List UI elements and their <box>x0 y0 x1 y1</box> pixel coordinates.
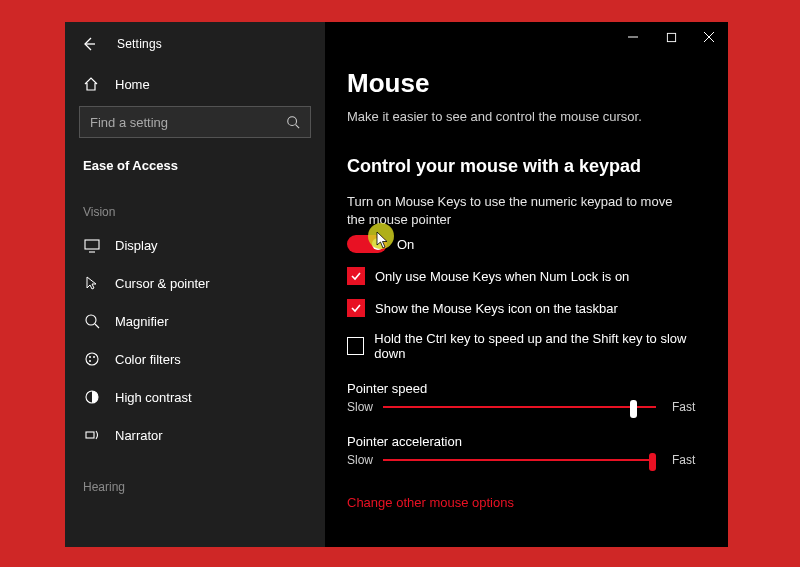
palette-icon <box>83 351 101 367</box>
slider-row: SlowFast <box>347 449 706 467</box>
group-vision-label: Vision <box>65 179 325 227</box>
toggle-description: Turn on Mouse Keys to use the numeric ke… <box>347 177 677 228</box>
window-controls <box>614 22 728 52</box>
home-label: Home <box>115 77 150 92</box>
slider-label: Pointer speed <box>347 381 706 396</box>
close-icon <box>703 31 715 43</box>
nav-high-contrast[interactable]: High contrast <box>65 378 325 416</box>
svg-point-5 <box>93 356 95 358</box>
svg-point-0 <box>288 117 297 126</box>
search-input[interactable] <box>90 115 286 130</box>
checkbox-label: Show the Mouse Keys icon on the taskbar <box>375 301 618 316</box>
section-title: Control your mouse with a keypad <box>347 124 706 177</box>
slider-row: SlowFast <box>347 396 706 414</box>
checkbox[interactable] <box>347 337 364 355</box>
slider-block: Pointer speedSlowFast <box>347 361 706 414</box>
contrast-icon <box>83 389 101 405</box>
toggle-row: On <box>347 228 706 253</box>
search-icon <box>286 115 300 129</box>
content-pane: Mouse Make it easier to see and control … <box>325 22 728 547</box>
nav-label: Magnifier <box>115 314 168 329</box>
svg-rect-9 <box>667 33 675 41</box>
checkbox-row: Show the Mouse Keys icon on the taskbar <box>347 285 706 317</box>
checkbox-label: Hold the Ctrl key to speed up and the Sh… <box>374 331 706 361</box>
nav-label: Display <box>115 238 158 253</box>
search-wrap <box>65 100 325 150</box>
slider-high-label: Fast <box>672 400 706 414</box>
nav-magnifier[interactable]: Magnifier <box>65 302 325 340</box>
svg-point-6 <box>89 360 91 362</box>
check-icon <box>350 302 362 314</box>
nav-label: Cursor & pointer <box>115 276 210 291</box>
checkbox-label: Only use Mouse Keys when Num Lock is on <box>375 269 629 284</box>
display-icon <box>83 239 101 253</box>
check-icon <box>350 270 362 282</box>
checkbox[interactable] <box>347 267 365 285</box>
minimize-button[interactable] <box>614 22 652 52</box>
slider-track[interactable] <box>383 459 656 461</box>
settings-window: Settings Home Ease of Access Vision <box>65 22 728 547</box>
nav-display[interactable]: Display <box>65 227 325 264</box>
slider-label: Pointer acceleration <box>347 434 706 449</box>
magnifier-icon <box>83 313 101 329</box>
close-button[interactable] <box>690 22 728 52</box>
sidebar: Settings Home Ease of Access Vision <box>65 22 325 547</box>
page-subtitle: Make it easier to see and control the mo… <box>347 99 706 124</box>
svg-point-3 <box>86 353 98 365</box>
minimize-icon <box>627 31 639 43</box>
app-title: Settings <box>117 37 162 51</box>
svg-rect-8 <box>86 432 94 438</box>
nav-label: Color filters <box>115 352 181 367</box>
search-box[interactable] <box>79 106 311 138</box>
slider-list: Pointer speedSlowFastPointer acceleratio… <box>347 361 706 467</box>
toggle-state: On <box>397 237 414 252</box>
slider-thumb[interactable] <box>649 453 656 471</box>
svg-point-2 <box>86 315 96 325</box>
checkbox-row: Hold the Ctrl key to speed up and the Sh… <box>347 317 706 361</box>
slider-low-label: Slow <box>347 400 381 414</box>
svg-point-4 <box>89 356 91 358</box>
nav-narrator[interactable]: Narrator <box>65 416 325 454</box>
narrator-icon <box>83 427 101 443</box>
nav-cursor-pointer[interactable]: Cursor & pointer <box>65 264 325 302</box>
toggle-knob <box>372 238 384 250</box>
nav-label: High contrast <box>115 390 192 405</box>
slider-track[interactable] <box>383 406 656 408</box>
group-hearing-label: Hearing <box>65 454 325 502</box>
slider-low-label: Slow <box>347 453 381 467</box>
home-nav[interactable]: Home <box>65 62 325 100</box>
slider-high-label: Fast <box>672 453 706 467</box>
checkbox-list: Only use Mouse Keys when Num Lock is onS… <box>347 253 706 361</box>
other-options-link[interactable]: Change other mouse options <box>347 467 706 510</box>
maximize-icon <box>666 32 677 43</box>
back-icon <box>81 36 97 52</box>
mouse-keys-toggle[interactable] <box>347 235 387 253</box>
sidebar-header: Ease of Access <box>65 150 325 179</box>
slider-block: Pointer accelerationSlowFast <box>347 414 706 467</box>
checkbox[interactable] <box>347 299 365 317</box>
cursor-icon <box>83 275 101 291</box>
maximize-button[interactable] <box>652 22 690 52</box>
back-button[interactable] <box>79 34 99 54</box>
slider-thumb[interactable] <box>630 400 637 418</box>
nav-label: Narrator <box>115 428 163 443</box>
titlebar-left: Settings <box>65 22 325 62</box>
nav-color-filters[interactable]: Color filters <box>65 340 325 378</box>
home-icon <box>83 76 101 92</box>
checkbox-row: Only use Mouse Keys when Num Lock is on <box>347 253 706 285</box>
svg-rect-1 <box>85 240 99 249</box>
